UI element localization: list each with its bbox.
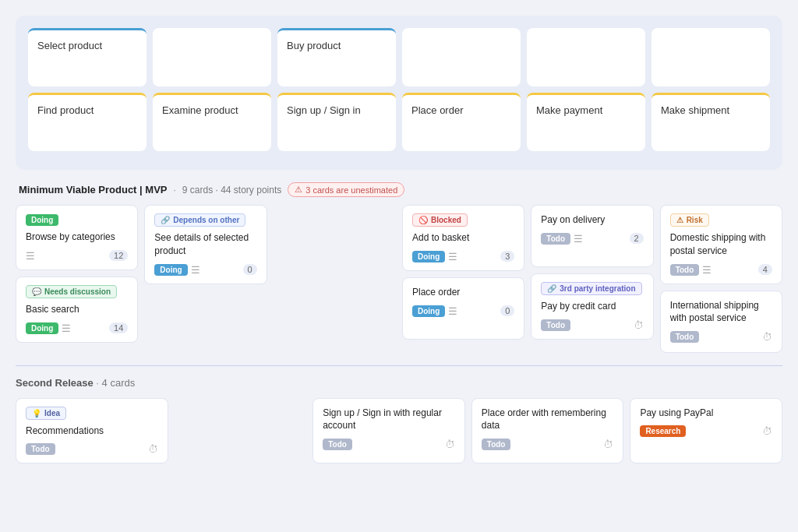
card-add-basket-footer: Doing ☰ 3 bbox=[412, 251, 514, 262]
list-icon: ☰ bbox=[26, 250, 35, 262]
swimlane-find[interactable]: Find product bbox=[28, 93, 147, 151]
card-see-details-title: See details of selected product bbox=[154, 231, 256, 258]
card-signin-regular-status-badge: Todo bbox=[323, 439, 352, 450]
card-place-order-title: Place order bbox=[412, 286, 514, 299]
warning-icon: ⚠ bbox=[295, 185, 302, 195]
time-icon-2: ⏱ bbox=[762, 331, 772, 343]
card-pay-paypal[interactable]: Pay using PayPal Research ⏱ bbox=[630, 398, 782, 464]
time-icon-1: ⏱ bbox=[634, 319, 644, 331]
card-pay-credit-footer: Todo ⏱ bbox=[541, 319, 643, 331]
card-pay-delivery-status-badge: Todo bbox=[541, 233, 570, 245]
board-container: Select product Buy product Find product … bbox=[16, 16, 782, 170]
card-signin-regular-footer: Todo ⏱ bbox=[323, 439, 455, 450]
swimlane-empty2 bbox=[402, 28, 521, 86]
card-domestic-shipping[interactable]: ⚠ Risk Domestic shipping with postal ser… bbox=[660, 205, 782, 284]
swimlane-buy-title: Buy product bbox=[287, 40, 341, 51]
depends-icon: 🔗 bbox=[161, 216, 170, 224]
swimlane-examine-title: Examine product bbox=[162, 104, 238, 116]
card-place-order-points: 0 bbox=[500, 305, 514, 316]
unestimated-badge: ⚠ 3 cards are unestimated bbox=[288, 182, 404, 197]
card-pay-delivery-points: 2 bbox=[630, 233, 644, 244]
blocked-icon: 🚫 bbox=[418, 216, 428, 224]
swimlane-find-title: Find product bbox=[37, 104, 94, 116]
card-place-order-remember[interactable]: Place order with remembering data Todo ⏱ bbox=[471, 398, 624, 464]
mvp-stats: · bbox=[173, 185, 175, 196]
card-basic-search[interactable]: 💬 Needs discussion Basic search Doing ☰ … bbox=[16, 277, 138, 343]
card-pay-delivery-footer-left: Todo ☰ bbox=[541, 233, 583, 245]
card-signin-regular[interactable]: Sign up / Sign in with regular account T… bbox=[312, 398, 465, 464]
card-pay-paypal-footer: Research ⏱ bbox=[640, 425, 772, 437]
card-place-order-remember-title: Place order with remembering data bbox=[482, 407, 614, 433]
card-place-order[interactable]: Place order Doing ☰ 0 bbox=[402, 277, 524, 340]
swimlane-signup[interactable]: Sign up / Sign in bbox=[277, 93, 396, 151]
card-intl-shipping-footer-left: Todo bbox=[670, 331, 700, 343]
card-basic-search-footer-left: Doing ☰ bbox=[26, 322, 71, 334]
card-place-order-footer-left: Doing ☰ bbox=[412, 305, 457, 317]
card-basic-search-prefix-badge: 💬 Needs discussion bbox=[26, 285, 117, 298]
time-icon-5: ⏱ bbox=[603, 439, 613, 450]
card-recommendations-title: Recommendations bbox=[26, 425, 158, 438]
card-see-details[interactable]: 🔗 Depends on other See details of select… bbox=[144, 205, 267, 284]
swimlane-empty1 bbox=[153, 28, 271, 86]
list-icon-4: ☰ bbox=[448, 251, 457, 262]
card-see-details-footer: Doing ☰ 0 bbox=[154, 264, 256, 276]
card-basic-search-footer: Doing ☰ 14 bbox=[26, 322, 128, 334]
col-shipment: ⚠ Risk Domestic shipping with postal ser… bbox=[660, 205, 782, 353]
card-add-basket-footer-left: Doing ☰ bbox=[412, 251, 457, 262]
card-see-details-points: 0 bbox=[243, 264, 257, 275]
card-see-details-prefix-badge: 🔗 Depends on other bbox=[154, 213, 245, 227]
card-see-details-footer-left: Doing ☰ bbox=[154, 264, 200, 276]
mvp-section-header: Minimum Viable Product | MVP · 9 cards ·… bbox=[16, 182, 782, 197]
card-place-order-status-badge: Doing bbox=[412, 305, 445, 317]
card-place-order-remember-status-badge: Todo bbox=[482, 439, 511, 450]
card-add-basket[interactable]: 🚫 Blocked Add to basket Doing ☰ 3 bbox=[402, 205, 524, 271]
needs-discussion-icon: 💬 bbox=[32, 287, 41, 296]
3rdparty-icon: 🔗 bbox=[547, 284, 556, 293]
swimlane-buy[interactable]: Buy product bbox=[277, 28, 396, 86]
idea-icon: 💡 bbox=[32, 409, 41, 417]
swimlane-examine[interactable]: Examine product bbox=[153, 93, 271, 151]
card-pay-credit-prefix-badge: 🔗 3rd party integration bbox=[541, 282, 641, 295]
card-domestic-shipping-title: Domestic shipping with postal service bbox=[670, 231, 772, 258]
card-recommendations-prefix-badge: 💡 Idea bbox=[26, 407, 66, 420]
card-browse-badge: Doing bbox=[26, 214, 58, 226]
card-recommendations[interactable]: 💡 Idea Recommendations Todo ⏱ bbox=[16, 398, 168, 464]
col-payment: Pay on delivery Todo ☰ 2 🔗 3rd party int… bbox=[531, 205, 653, 353]
second-release-header: Second Release · 4 cards bbox=[16, 374, 782, 389]
card-pay-credit-title: Pay by credit card bbox=[541, 300, 643, 313]
swimlane-empty3 bbox=[527, 28, 645, 86]
swimlane-shipment[interactable]: Make shipment bbox=[651, 93, 770, 151]
swimlane-payment[interactable]: Make payment bbox=[527, 93, 645, 151]
time-icon-6: ⏱ bbox=[762, 425, 772, 437]
card-intl-shipping[interactable]: International shipping with postal servi… bbox=[660, 291, 782, 353]
swimlane-place[interactable]: Place order bbox=[402, 93, 521, 151]
card-pay-paypal-title: Pay using PayPal bbox=[640, 407, 772, 420]
card-pay-credit[interactable]: 🔗 3rd party integration Pay by credit ca… bbox=[531, 273, 653, 340]
col-examine: 🔗 Depends on other See details of select… bbox=[144, 205, 267, 353]
card-domestic-shipping-points: 4 bbox=[758, 264, 772, 275]
card-basic-search-points: 14 bbox=[109, 322, 128, 333]
card-browse[interactable]: Doing Browse by categories ☰ 12 bbox=[16, 205, 138, 270]
card-pay-paypal-status-badge: Research bbox=[640, 425, 686, 437]
risk-icon: ⚠ bbox=[676, 216, 683, 224]
card-browse-footer-left: ☰ bbox=[26, 250, 35, 262]
card-pay-delivery[interactable]: Pay on delivery Todo ☰ 2 bbox=[531, 205, 653, 267]
second-release-grid: 💡 Idea Recommendations Todo ⏱ Sign up / … bbox=[16, 398, 782, 464]
card-recommendations-status-badge: Todo bbox=[26, 443, 55, 455]
mvp-cards-grid: Doing Browse by categories ☰ 12 💬 Needs … bbox=[16, 205, 782, 353]
card-domestic-shipping-status-badge: Todo bbox=[670, 264, 700, 276]
card-basic-search-status-badge: Doing bbox=[26, 322, 58, 334]
card-domestic-shipping-prefix-badge: ⚠ Risk bbox=[670, 213, 709, 227]
card-pay-credit-footer-left: Todo bbox=[541, 319, 570, 331]
col-find: Doing Browse by categories ☰ 12 💬 Needs … bbox=[16, 205, 138, 353]
card-browse-footer: ☰ 12 bbox=[26, 250, 128, 262]
card-recommendations-footer: Todo ⏱ bbox=[26, 443, 158, 455]
swimlane-signup-title: Sign up / Sign in bbox=[287, 104, 361, 116]
card-intl-shipping-title: International shipping with postal servi… bbox=[670, 299, 772, 326]
time-icon-3: ⏱ bbox=[148, 443, 158, 455]
card-domestic-shipping-footer-left: Todo ☰ bbox=[670, 264, 712, 276]
section-divider bbox=[16, 365, 782, 366]
mvp-title: Minimum Viable Product | MVP bbox=[19, 184, 167, 196]
swimlane-select[interactable]: Select product bbox=[28, 28, 147, 86]
list-icon-6: ☰ bbox=[574, 233, 583, 245]
